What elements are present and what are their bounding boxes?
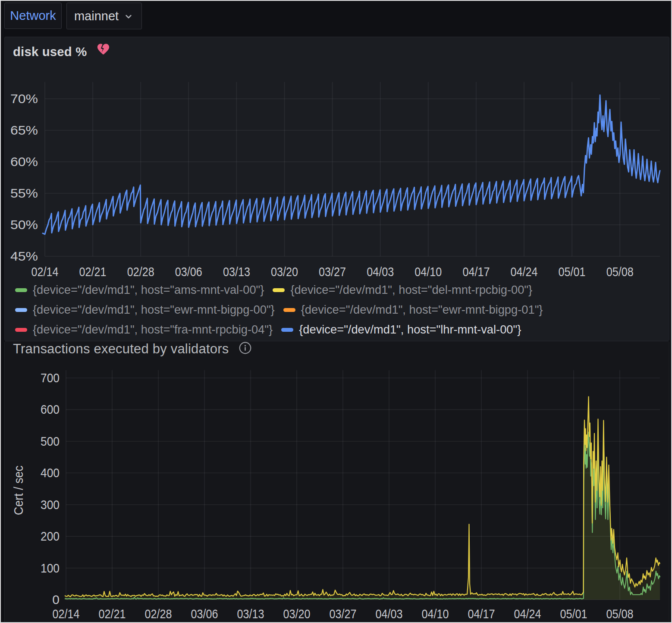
- svg-text:03/13: 03/13: [237, 607, 264, 621]
- svg-text:03/27: 03/27: [330, 607, 357, 621]
- svg-text:300: 300: [41, 497, 60, 512]
- svg-text:04/24: 04/24: [511, 264, 538, 279]
- svg-text:05/01: 05/01: [560, 607, 587, 621]
- svg-text:04/17: 04/17: [468, 607, 495, 621]
- svg-text:04/24: 04/24: [514, 607, 541, 621]
- svg-text:700: 700: [41, 371, 60, 385]
- svg-text:0: 0: [52, 592, 60, 607]
- svg-text:02/21: 02/21: [99, 607, 126, 621]
- svg-text:50%: 50%: [10, 217, 38, 232]
- svg-text:05/01: 05/01: [559, 264, 586, 279]
- svg-text:05/08: 05/08: [606, 264, 634, 279]
- svg-text:02/21: 02/21: [79, 264, 107, 279]
- svg-text:04/03: 04/03: [376, 607, 403, 621]
- svg-text:02/14: 02/14: [53, 607, 80, 621]
- svg-text:55%: 55%: [10, 186, 38, 200]
- svg-text:03/20: 03/20: [283, 607, 311, 621]
- svg-text:200: 200: [41, 529, 60, 543]
- svg-text:03/27: 03/27: [319, 264, 346, 279]
- svg-text:65%: 65%: [10, 123, 38, 137]
- svg-text:03/13: 03/13: [223, 264, 250, 279]
- svg-text:02/28: 02/28: [127, 264, 154, 279]
- svg-text:02/14: 02/14: [31, 264, 59, 279]
- svg-text:04/17: 04/17: [462, 264, 490, 279]
- svg-text:03/06: 03/06: [175, 264, 202, 279]
- svg-text:100: 100: [41, 561, 60, 575]
- svg-text:70%: 70%: [10, 91, 38, 106]
- svg-text:02/28: 02/28: [145, 607, 172, 621]
- svg-text:05/08: 05/08: [606, 607, 634, 621]
- svg-text:600: 600: [41, 402, 60, 416]
- svg-text:03/20: 03/20: [271, 264, 298, 279]
- svg-text:04/10: 04/10: [415, 264, 442, 279]
- svg-text:03/06: 03/06: [191, 607, 218, 621]
- svg-text:500: 500: [41, 434, 60, 448]
- svg-text:400: 400: [41, 466, 60, 480]
- svg-text:04/10: 04/10: [422, 607, 449, 621]
- svg-text:45%: 45%: [10, 249, 38, 263]
- svg-text:60%: 60%: [10, 154, 38, 169]
- svg-text:Cert / sec: Cert / sec: [12, 466, 25, 515]
- svg-text:04/03: 04/03: [367, 264, 394, 279]
